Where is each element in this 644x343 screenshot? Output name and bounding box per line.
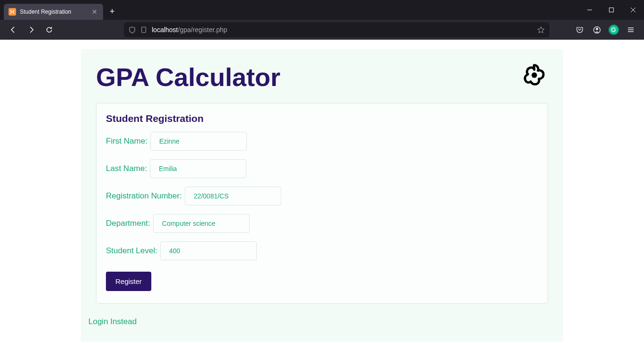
- account-icon[interactable]: [589, 22, 604, 37]
- url-path: /gpa/register.php: [178, 26, 227, 34]
- svg-rect-4: [142, 27, 146, 32]
- form-title: Student Registration: [106, 113, 538, 124]
- last-name-input[interactable]: [150, 159, 246, 178]
- url-text: localhost/gpa/register.php: [152, 26, 532, 34]
- level-row: Student Level:: [106, 241, 538, 260]
- page-container: GPA Calculator Student Registration Firs…: [81, 49, 563, 342]
- svg-rect-1: [609, 8, 614, 12]
- back-button[interactable]: [6, 22, 21, 37]
- flower-icon: [521, 62, 548, 92]
- page-header: GPA Calculator: [96, 62, 548, 92]
- svg-point-6: [596, 28, 598, 30]
- window-controls: [579, 0, 644, 20]
- department-label: Department:: [106, 219, 150, 228]
- url-bar[interactable]: localhost/gpa/register.php: [124, 22, 549, 37]
- login-instead-link[interactable]: Login Instead: [88, 317, 137, 326]
- first-name-row: First Name:: [106, 132, 538, 151]
- close-tab-icon[interactable]: ✕: [90, 7, 99, 17]
- grammarly-icon[interactable]: [606, 22, 621, 37]
- last-name-label: Last Name:: [106, 164, 147, 173]
- level-label: Student Level:: [106, 246, 157, 256]
- pocket-icon[interactable]: [572, 22, 587, 37]
- browser-chrome: Student Registration ✕ +: [0, 0, 644, 40]
- registration-form-card: Student Registration First Name: Last Na…: [96, 103, 548, 304]
- new-tab-button[interactable]: +: [103, 7, 122, 17]
- reg-number-input[interactable]: [185, 187, 281, 206]
- level-input[interactable]: [160, 241, 257, 260]
- url-host: localhost: [152, 26, 178, 34]
- last-name-row: Last Name:: [106, 159, 538, 178]
- menu-icon[interactable]: [623, 22, 638, 37]
- toolbar-right: [572, 22, 638, 37]
- first-name-label: First Name:: [106, 137, 148, 146]
- page-viewport[interactable]: GPA Calculator Student Registration Firs…: [0, 40, 644, 343]
- xampp-favicon: [9, 8, 16, 16]
- forward-button[interactable]: [24, 22, 39, 37]
- bookmark-star-icon[interactable]: [537, 26, 545, 34]
- tab-title: Student Registration: [20, 9, 86, 15]
- reg-number-label: Registration Number:: [106, 191, 182, 201]
- minimize-button[interactable]: [579, 0, 600, 20]
- first-name-input[interactable]: [150, 132, 247, 151]
- tab-bar: Student Registration ✕ +: [0, 0, 644, 20]
- maximize-button[interactable]: [600, 0, 622, 20]
- page-title: GPA Calculator: [96, 62, 280, 92]
- page-icon: [140, 26, 147, 33]
- svg-point-10: [531, 72, 537, 78]
- reload-button[interactable]: [42, 22, 57, 37]
- browser-tab[interactable]: Student Registration ✕: [4, 4, 103, 20]
- department-input[interactable]: [153, 214, 250, 233]
- close-window-button[interactable]: [622, 0, 644, 20]
- browser-toolbar: localhost/gpa/register.php: [0, 20, 644, 40]
- department-row: Department:: [106, 214, 538, 233]
- reg-number-row: Registration Number:: [106, 187, 538, 206]
- shield-icon: [129, 26, 136, 34]
- register-button[interactable]: Register: [106, 272, 151, 291]
